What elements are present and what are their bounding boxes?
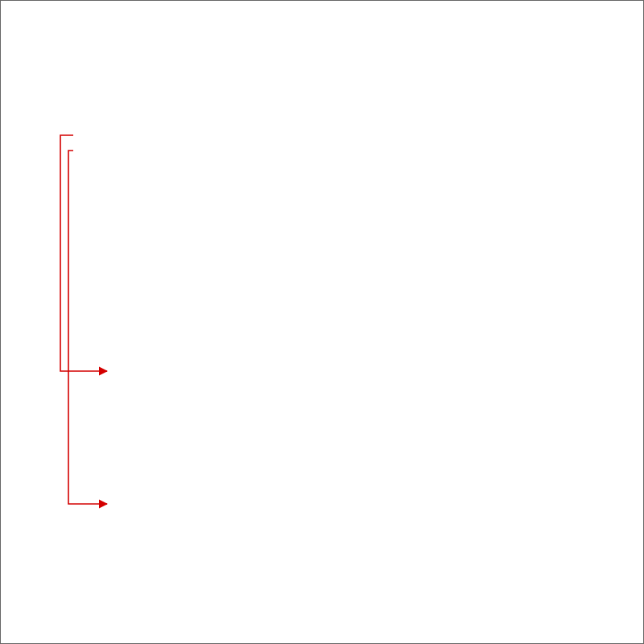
svg-text:20: 20 [529, 382, 539, 390]
svg-text:10: 10 [111, 316, 121, 325]
chart-svg-0: 02468101214161820−10−50510 [89, 191, 539, 271]
chart-svg-1: 02468101214161820−10−50510 [89, 311, 539, 391]
chart-title-1: (b) Rainflow filtered signal, threshold … [89, 295, 588, 308]
svg-text:18: 18 [489, 262, 498, 270]
svg-text:−10: −10 [106, 368, 120, 377]
threshold-label: Threshold (%) [150, 136, 244, 145]
y-axis-label: Load [78, 208, 89, 230]
svg-text:0: 0 [122, 382, 127, 390]
svg-text:16: 16 [448, 382, 457, 390]
discretization-label: Discretization [85, 152, 133, 161]
svg-text:14: 14 [407, 262, 416, 270]
rainflow-filtering-label: Rainflow filtering [85, 136, 143, 145]
svg-text:5: 5 [115, 209, 120, 218]
chart-title-2: (c) Discretized signal, 5 levels: –10, –… [89, 415, 588, 427]
svg-text:−5: −5 [111, 235, 121, 244]
svg-text:0: 0 [122, 262, 127, 270]
class-count-input[interactable] [250, 150, 299, 163]
svg-text:8: 8 [286, 262, 291, 270]
svg-text:16: 16 [448, 262, 457, 270]
svg-text:10: 10 [111, 196, 121, 205]
svg-rect-0 [125, 196, 534, 258]
svg-text:10: 10 [324, 382, 334, 390]
svg-text:18: 18 [489, 382, 498, 390]
chart-0: (a) Measurement and its turning pointsLo… [89, 175, 588, 284]
svg-text:0: 0 [115, 342, 120, 351]
svg-text:10: 10 [324, 262, 334, 270]
preprocessing-panel: Preprocessing Rainflow filtering Thresho… [64, 114, 306, 168]
svg-text:10: 10 [111, 436, 121, 445]
svg-text:14: 14 [407, 382, 416, 390]
svg-text:−5: −5 [111, 355, 121, 364]
chart-svg-2: −10−50510 [89, 431, 539, 511]
chart-title-0: (a) Measurement and its turning points [89, 175, 588, 188]
svg-text:4: 4 [204, 262, 209, 270]
panel-body: Rainflow filtering Threshold (%) Discret… [65, 129, 305, 167]
rainflow-filtering-checkbox[interactable] [72, 135, 81, 145]
svg-text:−10: −10 [106, 248, 120, 257]
svg-text:5: 5 [115, 449, 120, 458]
svg-text:2: 2 [163, 382, 168, 390]
charts-container: (a) Measurement and its turning pointsLo… [89, 175, 588, 522]
svg-text:12: 12 [365, 262, 375, 270]
panel-title: Preprocessing [65, 115, 305, 129]
svg-text:0: 0 [115, 222, 120, 231]
discretization-checkbox[interactable] [72, 151, 81, 161]
svg-text:0: 0 [115, 462, 120, 471]
svg-text:−10: −10 [106, 488, 120, 497]
svg-text:20: 20 [529, 262, 539, 270]
svg-text:2: 2 [163, 262, 168, 270]
svg-text:6: 6 [246, 262, 250, 270]
y-axis-label: Load [78, 442, 89, 464]
y-axis-label: Load [78, 328, 89, 350]
svg-text:12: 12 [365, 382, 375, 390]
x-axis-label: Time/s [89, 393, 588, 404]
svg-rect-121 [125, 316, 534, 378]
chart-2: (c) Discretized signal, 5 levels: –10, –… [89, 415, 588, 511]
svg-text:5: 5 [115, 329, 120, 338]
svg-text:6: 6 [246, 382, 250, 390]
svg-text:−5: −5 [111, 475, 121, 484]
chart-1: (b) Rainflow filtered signal, threshold … [89, 295, 588, 404]
x-axis-label: Time/s [89, 273, 588, 284]
threshold-input[interactable] [250, 134, 299, 147]
svg-text:8: 8 [286, 382, 291, 390]
svg-text:4: 4 [204, 382, 209, 390]
class-count-label: Class count [150, 152, 244, 161]
